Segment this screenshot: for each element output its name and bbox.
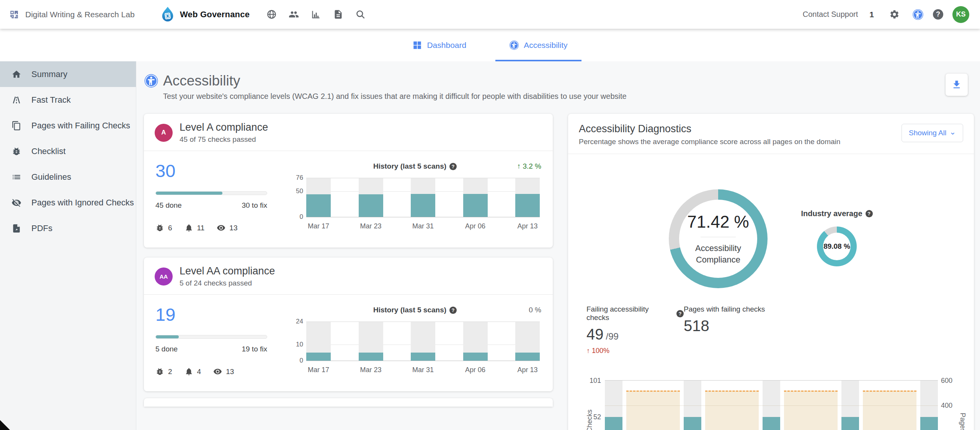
history-bar xyxy=(411,178,435,217)
pages-tick-label: 400 xyxy=(941,402,959,410)
industry-average-block: Industry average 89.08 % xyxy=(800,209,873,288)
diagnostics-stats: Failing accessibility checks 49 /99 ↑ 10… xyxy=(568,305,974,355)
download-button[interactable] xyxy=(946,74,968,96)
history-bar xyxy=(359,322,383,361)
tab-label: Dashboard xyxy=(427,41,466,50)
sidebar-item-checklist[interactable]: Checklist xyxy=(0,138,136,164)
pages-bar xyxy=(863,391,916,430)
download-icon xyxy=(951,79,962,90)
bell-icon xyxy=(185,223,193,232)
corner-artifact xyxy=(0,420,10,430)
history-bar xyxy=(306,322,331,361)
pages-tick-label: 600 xyxy=(941,377,959,385)
chevron-down-icon xyxy=(949,132,956,134)
checks-bar xyxy=(920,417,938,430)
globe-icon[interactable] xyxy=(263,6,280,23)
sidebar-item-pages-with-ignored-checks[interactable]: Pages with Ignored Checks xyxy=(0,190,136,215)
sidebar-item-fast-track[interactable]: Fast Track xyxy=(0,87,136,113)
level-a-bell-count: 11 xyxy=(197,224,205,232)
page-header: Accessibility Test your website's compli… xyxy=(144,73,974,101)
level-aa-to-fix-count: 19 xyxy=(155,305,267,323)
site-label: Digital Writing & Research Lab xyxy=(25,10,135,19)
x-category-label: Apr 13 xyxy=(515,222,540,230)
accessibility-page-icon xyxy=(144,74,158,88)
level-aa-history-chart: 24100 Mar 17Mar 23Mar 31Apr 06Apr 13 xyxy=(289,322,541,374)
checks-bar xyxy=(763,417,780,430)
filter-button[interactable]: Showing All xyxy=(902,124,963,142)
level-a-title: Level A compliance xyxy=(180,121,268,133)
failing-checks-value: 49 xyxy=(586,326,604,343)
sidebar-item-label: Summary xyxy=(31,69,67,79)
level-a-done-label: 45 done xyxy=(155,201,182,210)
diagnostics-combo-chart: Checks 10152600400 Pages xyxy=(568,380,974,430)
active-tab-underline xyxy=(495,60,581,61)
next-card-partial xyxy=(144,398,553,407)
diagnostics-title: Accessibility Diagnostics xyxy=(579,123,840,135)
level-aa-card: AA Level AA compliance 5 of 24 checks pa… xyxy=(144,258,553,391)
level-aa-title: Level AA compliance xyxy=(180,265,275,277)
failing-checks-change: ↑ 100% xyxy=(586,347,684,355)
industry-percentage: 89.08 % xyxy=(817,226,857,266)
level-aa-badge: AA xyxy=(155,268,173,286)
home-icon xyxy=(11,69,21,79)
tab-dashboard[interactable]: Dashboard xyxy=(399,29,480,61)
y-tick-label: 0 xyxy=(289,357,303,364)
level-a-eye-count: 13 xyxy=(229,224,237,232)
benchmark-dashed-line xyxy=(863,391,916,392)
pages-icon xyxy=(11,121,21,131)
bug-icon xyxy=(155,367,164,376)
brand-logo[interactable]: Web Governance xyxy=(159,6,250,23)
help-icon[interactable] xyxy=(933,9,943,20)
checks-tick-label: 52 xyxy=(584,413,601,421)
x-category-label: Apr 13 xyxy=(515,366,540,374)
search-icon[interactable] xyxy=(351,6,369,23)
sidebar-item-pages-with-failing-checks[interactable]: Pages with Failing Checks xyxy=(0,113,136,138)
x-category-label: Mar 17 xyxy=(306,366,331,374)
accessibility-icon[interactable] xyxy=(912,9,924,20)
avatar[interactable]: KS xyxy=(952,6,969,23)
history-bar xyxy=(515,178,540,217)
failing-checks-help-icon[interactable] xyxy=(676,310,684,317)
level-a-to-fix-count: 30 xyxy=(155,162,267,180)
industry-help-icon[interactable] xyxy=(866,210,873,217)
sidebar-item-pdfs[interactable]: PDFs xyxy=(0,215,136,241)
level-a-card: A Level A compliance 45 of 75 checks pas… xyxy=(144,114,553,248)
bar-chart-icon[interactable] xyxy=(307,6,325,23)
history-bar xyxy=(359,178,383,217)
drop-logo-icon xyxy=(159,6,176,23)
x-category-label: Apr 06 xyxy=(463,222,488,230)
sidebar-item-guidelines[interactable]: Guidelines xyxy=(0,164,136,190)
failing-pages-label: Pages with failing checks xyxy=(684,305,765,313)
tabs: DashboardAccessibility xyxy=(399,29,581,61)
level-a-bug-count: 6 xyxy=(168,224,172,232)
checks-tick-label: 101 xyxy=(584,377,601,385)
main-panel: Accessibility Test your website's compli… xyxy=(136,61,980,430)
pages-bar xyxy=(784,391,838,430)
level-aa-eye-count: 13 xyxy=(226,368,234,376)
checks-bar xyxy=(841,417,859,430)
topbar: Digital Writing & Research Lab Web Gover… xyxy=(0,0,980,29)
users-icon[interactable] xyxy=(285,6,302,23)
level-a-badge: A xyxy=(155,124,173,142)
history-help-icon[interactable] xyxy=(449,307,457,314)
history-help-icon[interactable] xyxy=(449,163,457,170)
document-icon[interactable] xyxy=(329,6,347,23)
x-category-label: Mar 23 xyxy=(359,222,383,230)
sidebar-item-label: Checklist xyxy=(31,146,65,156)
pages-bar xyxy=(705,391,759,430)
notification-count[interactable]: 1 xyxy=(869,10,874,19)
x-category-label: Mar 31 xyxy=(411,222,435,230)
list-icon xyxy=(11,172,21,182)
history-bar xyxy=(463,322,488,361)
site-switcher[interactable]: Digital Writing & Research Lab xyxy=(9,10,144,20)
industry-average-donut: 89.08 % xyxy=(817,226,857,266)
topbar-right: Contact Support 1 KS xyxy=(803,6,971,23)
tab-accessibility[interactable]: Accessibility xyxy=(495,29,581,61)
donut-section: 71.42 % Accessibility Compliance Industr… xyxy=(568,154,974,288)
x-category-label: Mar 23 xyxy=(359,366,383,374)
level-a-subtitle: 45 of 75 checks passed xyxy=(180,135,268,144)
gear-icon[interactable] xyxy=(885,6,903,23)
industry-average-label: Industry average xyxy=(801,209,862,218)
sidebar-item-summary[interactable]: Summary xyxy=(0,61,136,87)
contact-support-link[interactable]: Contact Support xyxy=(803,10,858,19)
